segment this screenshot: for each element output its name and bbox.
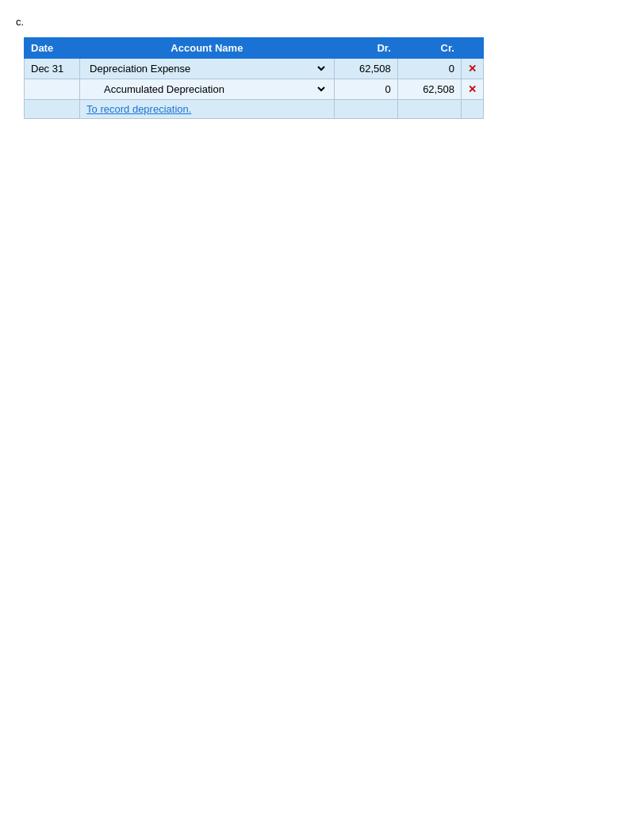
cr-cell-memo (397, 100, 461, 119)
account-select-debit[interactable]: Depreciation Expense (86, 62, 328, 75)
memo-cell[interactable]: To record depreciation. (80, 100, 335, 119)
header-dr: Dr. (334, 38, 397, 59)
journal-table: Date Account Name Dr. Cr. Dec 31 Depreci… (24, 37, 484, 119)
table-row: To record depreciation. (25, 100, 484, 119)
account-cell[interactable]: Depreciation Expense (80, 59, 335, 79)
delete-cell-memo (461, 100, 483, 119)
table-row: Dec 31 Depreciation Expense 62,508 0 ✕ (25, 59, 484, 79)
dr-cell: 62,508 (334, 59, 397, 79)
table-header-row: Date Account Name Dr. Cr. (25, 38, 484, 59)
delete-icon[interactable]: ✕ (468, 83, 477, 95)
delete-cell-1[interactable]: ✕ (461, 59, 483, 79)
header-account-name: Account Name (80, 38, 335, 59)
dr-cell-memo (334, 100, 397, 119)
cr-cell: 0 (397, 59, 461, 79)
header-date: Date (25, 38, 80, 59)
memo-link[interactable]: To record depreciation. (86, 103, 191, 115)
cr-cell: 62,508 (397, 79, 461, 100)
delete-icon[interactable]: ✕ (468, 63, 477, 75)
account-select-credit[interactable]: Accumulated Depreciation (86, 82, 328, 96)
section-label: c. (16, 16, 628, 28)
date-cell: Dec 31 (25, 59, 80, 79)
dr-cell: 0 (334, 79, 397, 100)
table-row: Accumulated Depreciation 0 62,508 ✕ (25, 79, 484, 100)
delete-cell-2[interactable]: ✕ (461, 79, 483, 100)
date-cell-memo (25, 100, 80, 119)
header-delete (461, 38, 483, 59)
header-cr: Cr. (397, 38, 461, 59)
date-cell (25, 79, 80, 100)
account-cell[interactable]: Accumulated Depreciation (80, 79, 335, 100)
